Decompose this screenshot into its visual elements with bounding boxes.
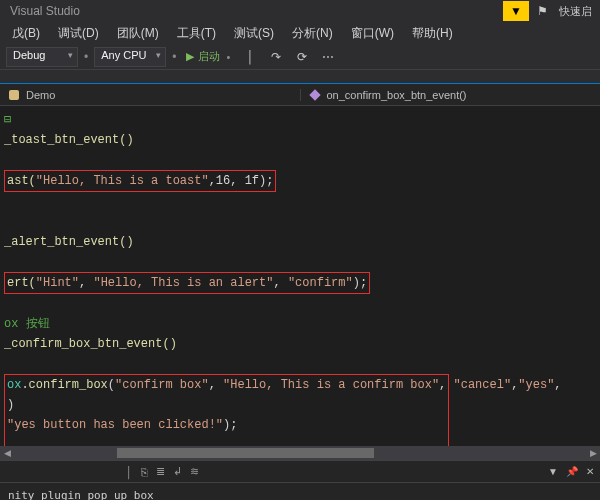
notification-filter-icon[interactable]: ▼ xyxy=(503,1,529,21)
output-sep-icon: │ xyxy=(126,466,133,478)
nav-class-label: Demo xyxy=(26,89,55,101)
output-toolbar: │ ⎘ ≣ ↲ ≋ xyxy=(6,465,199,478)
output-panel-header: │ ⎘ ≣ ↲ ≋ ▼ 📌 ✕ xyxy=(0,460,600,482)
start-debug-button[interactable]: ▶ 启动 • xyxy=(182,49,234,64)
menu-analyze[interactable]: 分析(N) xyxy=(284,23,341,44)
editor-horizontal-scrollbar[interactable]: ◀ ▶ xyxy=(0,446,600,460)
confirm-call-line: ox.confirm_box("confirm box", "Hello, Th… xyxy=(4,374,600,446)
title-bar-controls: ▼ ⚑ 快速启 xyxy=(503,1,596,21)
toast-call-line: ast("Hello, This is a toast",16, 1f); xyxy=(4,170,600,192)
marker-icon: ⊟ xyxy=(4,113,11,127)
scroll-right-icon[interactable]: ▶ xyxy=(586,448,600,458)
menu-debug[interactable]: 调试(D) xyxy=(50,23,107,44)
output-copy-icon[interactable]: ⎘ xyxy=(141,466,148,478)
svg-rect-0 xyxy=(9,90,19,100)
scroll-track[interactable] xyxy=(14,448,586,458)
menu-help[interactable]: 帮助(H) xyxy=(404,23,461,44)
output-panel-body[interactable]: nity_plugin_pop_up_box xyxy=(0,482,600,500)
code-editor[interactable]: ⊟ _toast_btn_event() ast("Hello, This is… xyxy=(0,106,600,446)
menu-team[interactable]: 团队(M) xyxy=(109,23,167,44)
notification-flag-icon[interactable]: ⚑ xyxy=(531,1,553,21)
nav-class-combo[interactable]: Demo xyxy=(0,89,301,101)
nav-method-label: on_confirm_box_btn_event() xyxy=(327,89,467,101)
quick-launch[interactable]: 快速启 xyxy=(555,1,596,21)
toolbar: Debug • Any CPU • ▶ 启动 • │ ↷ ⟳ ⋯ xyxy=(0,44,600,70)
output-indent-icon[interactable]: ≣ xyxy=(156,465,165,478)
code-line: ox 按钮 xyxy=(4,314,600,334)
menu-bar: 戊(B) 调试(D) 团队(M) 工具(T) 测试(S) 分析(N) 窗口(W)… xyxy=(0,22,600,44)
class-icon xyxy=(8,89,20,101)
output-wrap-icon[interactable]: ↲ xyxy=(173,465,182,478)
scroll-thumb[interactable] xyxy=(117,448,374,458)
output-source: nity_plugin_pop_up_box xyxy=(8,489,154,500)
menu-window[interactable]: 窗口(W) xyxy=(343,23,402,44)
output-panel-controls: ▼ 📌 ✕ xyxy=(548,466,594,477)
alert-call-line: ert("Hint", "Hello, This is an alert", "… xyxy=(4,272,600,294)
platform-combo[interactable]: Any CPU xyxy=(94,47,166,67)
code-line: _alert_btn_event() xyxy=(4,232,600,252)
config-combo[interactable]: Debug xyxy=(6,47,78,67)
code-line: _confirm_box_btn_event() xyxy=(4,334,600,354)
menu-tools[interactable]: 工具(T) xyxy=(169,23,224,44)
app-title: Visual Studio xyxy=(4,4,80,18)
nav-method-combo[interactable]: on_confirm_box_btn_event() xyxy=(301,89,601,101)
toolbar-sep: │ xyxy=(240,50,260,64)
method-icon xyxy=(309,89,321,101)
start-label: 启动 xyxy=(198,49,220,64)
close-icon[interactable]: ✕ xyxy=(586,466,594,477)
browser-link-icon[interactable]: ⟳ xyxy=(292,50,312,64)
scroll-left-icon[interactable]: ◀ xyxy=(0,448,14,458)
output-clear-icon[interactable]: ≋ xyxy=(190,465,199,478)
pin-icon[interactable]: 📌 xyxy=(566,466,578,477)
code-line: _toast_btn_event() xyxy=(4,130,600,150)
code-nav-bar: Demo on_confirm_box_btn_event() xyxy=(0,84,600,106)
menu-test[interactable]: 测试(S) xyxy=(226,23,282,44)
dropdown-icon[interactable]: ▼ xyxy=(548,466,558,477)
step-over-icon[interactable]: ↷ xyxy=(266,50,286,64)
svg-rect-1 xyxy=(309,89,320,100)
title-bar: Visual Studio ▼ ⚑ 快速启 xyxy=(0,0,600,22)
menu-build[interactable]: 戊(B) xyxy=(4,23,48,44)
toolbar-more-icon[interactable]: ⋯ xyxy=(318,50,338,64)
play-icon: ▶ xyxy=(186,50,194,63)
